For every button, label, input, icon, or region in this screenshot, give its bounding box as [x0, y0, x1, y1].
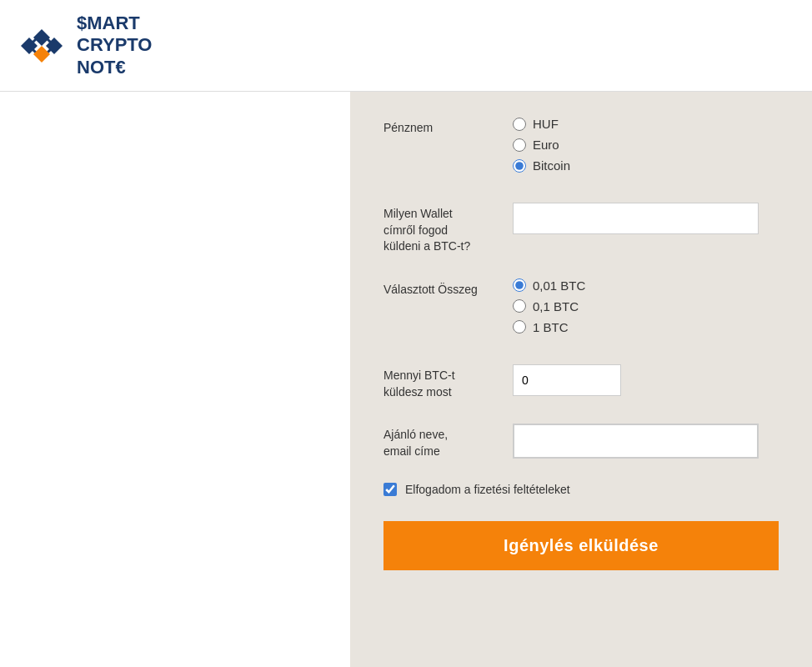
- amount-1-radio[interactable]: [513, 320, 526, 334]
- currency-huf-radio[interactable]: [513, 118, 526, 131]
- right-panel: Pénznem HUF Euro Bitcoin Milyen Walletcí…: [350, 92, 812, 667]
- logo-text: $MART CRYPTO NOT€: [77, 13, 152, 78]
- referral-controls: [513, 424, 779, 459]
- referral-row: Ajánló neve,email címe: [383, 424, 779, 459]
- terms-row[interactable]: Elfogadom a fizetési feltételeket: [383, 483, 779, 496]
- currency-controls: HUF Euro Bitcoin: [513, 117, 779, 179]
- left-panel: [0, 92, 350, 667]
- btc-send-input[interactable]: [513, 364, 621, 396]
- referral-input[interactable]: [513, 424, 759, 459]
- terms-checkbox[interactable]: [383, 483, 397, 496]
- header: $MART CRYPTO NOT€: [0, 0, 812, 92]
- btc-send-row: Mennyi BTC-tküldesz most: [383, 364, 779, 400]
- amount-01-radio[interactable]: [513, 299, 526, 313]
- btc-send-controls: [513, 364, 779, 396]
- currency-euro-option[interactable]: Euro: [513, 138, 779, 152]
- wallet-input[interactable]: [513, 203, 759, 234]
- amount-1-label: 1 BTC: [533, 320, 569, 334]
- wallet-row: Milyen Walletcímről fogodküldeni a BTC-t…: [383, 203, 779, 255]
- currency-euro-label: Euro: [533, 138, 559, 152]
- wallet-controls: [513, 203, 779, 234]
- svg-marker-4: [33, 46, 50, 63]
- currency-row: Pénznem HUF Euro Bitcoin: [383, 117, 779, 179]
- svg-marker-3: [33, 29, 50, 46]
- logo-icon: [17, 21, 67, 71]
- currency-label: Pénznem: [383, 117, 513, 137]
- btc-send-label: Mennyi BTC-tküldesz most: [383, 364, 513, 400]
- currency-huf-option[interactable]: HUF: [513, 117, 779, 131]
- currency-bitcoin-label: Bitcoin: [533, 158, 570, 173]
- terms-label: Elfogadom a fizetési feltételeket: [405, 483, 570, 496]
- amount-controls: 0,01 BTC 0,1 BTC 1 BTC: [513, 278, 779, 341]
- amount-label: Választott Összeg: [383, 278, 513, 298]
- submit-button[interactable]: Igénylés elküldése: [383, 521, 779, 570]
- wallet-label: Milyen Walletcímről fogodküldeni a BTC-t…: [383, 203, 513, 255]
- amount-001-radio[interactable]: [513, 278, 526, 292]
- currency-bitcoin-option[interactable]: Bitcoin: [513, 158, 779, 173]
- amount-1-option[interactable]: 1 BTC: [513, 320, 779, 334]
- main-content: Pénznem HUF Euro Bitcoin Milyen Walletcí…: [0, 92, 812, 667]
- amount-row: Választott Összeg 0,01 BTC 0,1 BTC 1 BTC: [383, 278, 779, 341]
- amount-001-label: 0,01 BTC: [533, 278, 585, 293]
- currency-bitcoin-radio[interactable]: [513, 159, 526, 173]
- amount-01-option[interactable]: 0,1 BTC: [513, 299, 779, 313]
- currency-huf-label: HUF: [533, 117, 559, 131]
- currency-euro-radio[interactable]: [513, 138, 526, 152]
- amount-001-option[interactable]: 0,01 BTC: [513, 278, 779, 293]
- amount-01-label: 0,1 BTC: [533, 299, 579, 313]
- referral-label: Ajánló neve,email címe: [383, 424, 513, 459]
